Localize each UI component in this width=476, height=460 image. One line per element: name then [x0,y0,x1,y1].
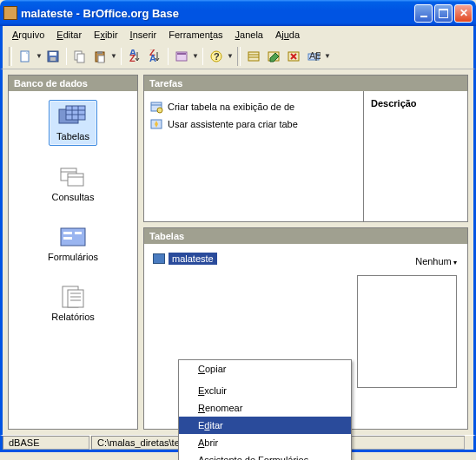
task-icon [149,117,163,131]
menu-exibir[interactable]: Exibir [88,28,124,42]
paste-button[interactable] [90,47,109,66]
form-dropdown[interactable]: ▼ [192,52,199,60]
sidebar-item-formularios[interactable]: Formulários [41,221,105,266]
svg-text:Z: Z [129,53,136,63]
sidebar-label: Relatórios [51,312,95,322]
form-button[interactable] [172,47,191,66]
svg-rect-36 [63,232,72,234]
rename-button[interactable]: AB [304,47,323,66]
preview-box [357,275,457,388]
cm-editar[interactable]: Editar [179,417,351,434]
task-label: Usar assistente para criar tabe [168,119,298,129]
menu-inserir[interactable]: Inserir [124,28,163,42]
sidebar-label: Consultas [52,192,95,202]
svg-text:A: A [149,53,156,63]
task-wizard[interactable]: Usar assistente para criar tabe [149,115,358,133]
task-icon [149,100,163,114]
close-button[interactable] [454,4,473,23]
cm-abrir[interactable]: Abrir [179,434,351,451]
tasks-list: Criar tabela na exibição de de Usar assi… [144,91,363,221]
svg-text:AB: AB [309,50,321,61]
forms-icon [57,225,89,249]
menubar: Arquivo Editar Exibir Inserir Ferramenta… [0,26,476,43]
svg-rect-2 [50,52,56,56]
sidebar-header: Banco de dados [9,76,137,91]
titlebar[interactable]: malateste - BrOffice.org Base [0,0,476,26]
table-item[interactable]: malateste [153,253,459,265]
task-create-design[interactable]: Criar tabela na exibição de de [149,98,358,115]
new-dropdown[interactable]: ▼ [36,52,43,60]
save-button[interactable] [43,47,63,66]
svg-rect-37 [63,237,72,240]
tasks-panel: Tarefas Criar tabela na exibição de de U… [143,75,468,222]
menu-janela[interactable]: Janela [229,28,269,42]
svg-rect-3 [50,57,56,61]
help-dropdown[interactable]: ▼ [227,52,234,60]
task-label: Criar tabela na exibição de de [168,102,294,112]
tables-icon [57,104,89,128]
sidebar-label: Formulários [48,252,98,262]
table-button[interactable] [244,47,263,66]
paste-dropdown[interactable]: ▼ [110,52,117,60]
svg-rect-40 [68,290,83,307]
tasks-header: Tarefas [144,76,467,91]
menu-ferramentas[interactable]: Ferramentas [162,28,228,42]
sort-asc-button[interactable]: AZ [125,47,144,66]
minimize-button[interactable] [414,4,433,23]
sort-desc-button[interactable]: ZA [145,47,164,66]
sidebar: Banco de dados Tabelas Consultas Formulá… [8,75,138,430]
toolbar-overflow[interactable]: ▼ [324,52,331,60]
app-icon [3,6,17,20]
svg-rect-38 [75,232,82,234]
sidebar-item-consultas[interactable]: Consultas [45,161,102,206]
svg-rect-5 [77,54,84,62]
preview-mode-dropdown[interactable]: Nenhum [415,256,457,266]
table-icon [153,253,165,264]
menu-ajuda[interactable]: Ajuda [269,28,306,42]
copy-button[interactable] [70,47,89,66]
maximize-button[interactable] [434,4,453,23]
sidebar-item-tabelas[interactable]: Tabelas [49,100,97,146]
svg-rect-7 [97,51,102,54]
toolbar: ▼ ▼ AZ ZA ▼ ? ▼ AB ▼ [0,43,476,69]
context-menu: Copiar Excluir Renomear Editar Abrir Ass… [178,359,352,460]
svg-point-46 [157,108,162,113]
svg-rect-14 [177,53,186,55]
queries-icon [57,165,89,189]
menu-arquivo[interactable]: Arquivo [6,28,50,42]
reports-icon [57,285,89,309]
svg-text:?: ? [214,51,220,62]
cm-renomear[interactable]: Renomear [179,399,351,417]
delete-button[interactable] [284,47,303,66]
status-dbtype: dBASE [3,436,89,450]
tasks-description: Descrição [363,91,467,221]
table-name: malateste [169,253,217,265]
tables-header: Tabelas [144,228,467,244]
cm-asst-formularios[interactable]: Assistente de Formulários... [179,451,351,460]
cm-copiar[interactable]: Copiar [179,360,351,378]
svg-rect-17 [248,52,259,61]
toolbar-handle-2[interactable] [237,47,241,66]
window-title: malateste - BrOffice.org Base [21,7,414,20]
content-area: Banco de dados Tabelas Consultas Formulá… [0,69,476,435]
sidebar-label: Tabelas [56,131,89,141]
cm-excluir[interactable]: Excluir [179,382,351,399]
sidebar-item-relatorios[interactable]: Relatórios [44,281,102,325]
new-button[interactable] [16,47,35,66]
toolbar-handle[interactable] [9,47,12,66]
svg-rect-26 [66,106,85,120]
help-button[interactable]: ? [207,47,226,66]
menu-editar[interactable]: Editar [50,28,88,42]
edit-button[interactable] [264,47,283,66]
desc-header: Descrição [371,98,417,108]
svg-rect-8 [98,56,104,62]
svg-rect-32 [68,174,83,186]
